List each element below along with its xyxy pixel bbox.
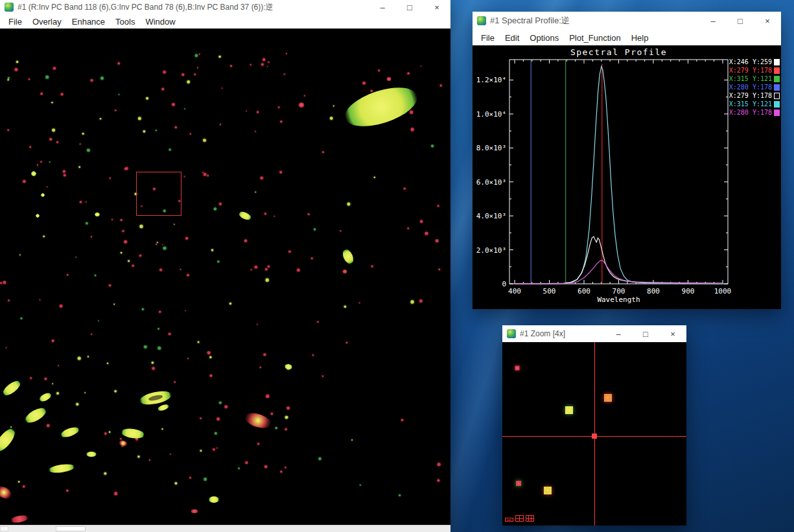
zoom-minimize-button[interactable]: – xyxy=(605,325,632,342)
svg-text:700: 700 xyxy=(613,287,625,295)
main-window-title: #1 (R:Inv PC Band 118 (6),G:Inv PC Band … xyxy=(18,2,369,13)
spectral-close-button[interactable]: × xyxy=(754,12,781,30)
legend-entry: X:279 Y:178 xyxy=(729,67,780,75)
svg-text:1.2×10⁴: 1.2×10⁴ xyxy=(476,76,506,84)
svg-text:Spectral Profile: Spectral Profile xyxy=(570,47,667,57)
svg-text:8.0×10³: 8.0×10³ xyxy=(476,144,506,152)
menu-window[interactable]: Window xyxy=(141,16,180,28)
menu-enhance[interactable]: Enhance xyxy=(67,16,110,28)
crosshair-toggle-button[interactable] xyxy=(526,515,534,522)
spectral-plot-area: Spectral Profile400500600700800900100002… xyxy=(473,45,781,309)
zoom-controls xyxy=(505,515,534,522)
main-maximize-button[interactable]: □ xyxy=(396,0,423,14)
svg-text:Wavelength: Wavelength xyxy=(597,295,640,304)
spectral-menubar: File Edit Options Plot_Function Help xyxy=(473,30,781,45)
menu-plot-function[interactable]: Plot_Function xyxy=(565,32,625,44)
legend-entry: X:280 Y:178 xyxy=(729,109,780,117)
menu-options[interactable]: Options xyxy=(525,32,563,44)
zoom-close-button[interactable]: × xyxy=(659,325,686,342)
zoom-window-title: #1 Zoom [4x] xyxy=(520,329,605,338)
svg-text:600: 600 xyxy=(578,287,590,295)
image-display-area[interactable] xyxy=(0,29,450,525)
zoom-in-button[interactable] xyxy=(515,515,524,522)
image-canvas[interactable] xyxy=(0,29,450,525)
desktop-wallpaper: #1 (R:Inv PC Band 118 (6),G:Inv PC Band … xyxy=(0,0,794,532)
zoom-display-area[interactable] xyxy=(502,342,686,526)
spectral-window-titlebar[interactable]: #1 Spectral Profile:逆 – □ × xyxy=(473,12,781,30)
svg-text:1.0×10⁴: 1.0×10⁴ xyxy=(476,110,506,119)
main-window-titlebar[interactable]: #1 (R:Inv PC Band 118 (6),G:Inv PC Band … xyxy=(0,0,450,14)
menu-overlay[interactable]: Overlay xyxy=(28,16,66,28)
svg-text:0: 0 xyxy=(502,280,506,288)
menu-file[interactable]: File xyxy=(4,16,27,28)
menu-tools[interactable]: Tools xyxy=(111,16,139,28)
menu-edit[interactable]: Edit xyxy=(500,32,524,44)
menu-help[interactable]: Help xyxy=(627,32,653,44)
spectral-profile-window: #1 Spectral Profile:逆 – □ × File Edit Op… xyxy=(473,12,781,309)
roi-selection-box[interactable] xyxy=(136,172,181,216)
zoom-window-titlebar[interactable]: #1 Zoom [4x] – □ × xyxy=(502,325,686,342)
spectral-maximize-button[interactable]: □ xyxy=(727,12,754,30)
svg-text:2.0×10³: 2.0×10³ xyxy=(476,246,506,255)
svg-text:500: 500 xyxy=(543,287,556,295)
zoom-out-button[interactable] xyxy=(505,518,513,522)
horizontal-scrollbar[interactable] xyxy=(0,525,450,532)
app-icon xyxy=(477,16,486,25)
svg-text:400: 400 xyxy=(508,287,521,295)
main-image-window: #1 (R:Inv PC Band 118 (6),G:Inv PC Band … xyxy=(0,0,450,532)
svg-text:6.0×10³: 6.0×10³ xyxy=(476,178,506,187)
zoom-window: #1 Zoom [4x] – □ × xyxy=(502,325,686,526)
spectral-minimize-button[interactable]: – xyxy=(699,12,727,30)
main-menubar: File Overlay Enhance Tools Window xyxy=(0,14,450,29)
svg-text:1000: 1000 xyxy=(714,287,732,295)
svg-text:800: 800 xyxy=(647,287,660,295)
menu-file[interactable]: File xyxy=(476,32,499,44)
plot-legend: X:246 Y:259X:279 Y:178X:315 Y:121X:280 Y… xyxy=(729,58,780,117)
app-icon xyxy=(5,3,14,12)
app-icon xyxy=(507,329,516,338)
main-minimize-button[interactable]: – xyxy=(369,0,396,14)
legend-entry: X:279 Y:178 xyxy=(729,92,780,100)
legend-entry: X:315 Y:121 xyxy=(729,100,780,108)
svg-text:900: 900 xyxy=(682,287,695,295)
zoom-maximize-button[interactable]: □ xyxy=(632,325,659,342)
main-close-button[interactable]: × xyxy=(423,0,450,14)
svg-text:4.0×10³: 4.0×10³ xyxy=(476,212,506,220)
legend-entry: X:315 Y:121 xyxy=(729,75,780,83)
scrollbar-thumb[interactable] xyxy=(56,526,86,531)
legend-entry: X:246 Y:259 xyxy=(729,58,780,66)
scrollbar-corner xyxy=(0,526,8,531)
zoom-canvas[interactable] xyxy=(502,342,686,526)
legend-entry: X:280 Y:178 xyxy=(729,84,780,91)
spectral-window-title: #1 Spectral Profile:逆 xyxy=(490,15,699,27)
